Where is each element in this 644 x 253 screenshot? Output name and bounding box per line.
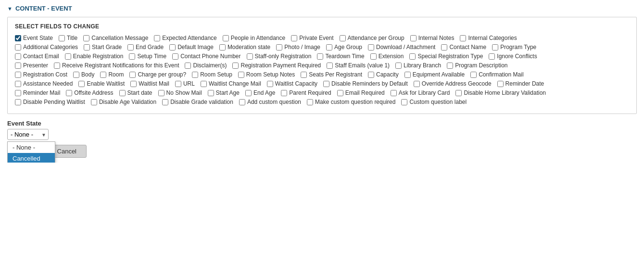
cb_receive_registrant_notifications-label[interactable]: Receive Registrant Notifications for thi… [62,62,179,69]
cb_waitlist_change_mail[interactable] [201,81,207,87]
cb_additional_categories[interactable] [15,44,21,51]
cb_disable_age_validation[interactable] [91,99,97,105]
cb_add_custom_question[interactable] [239,99,245,105]
cb_event_state[interactable] [15,35,21,41]
cb_equipment_available[interactable] [404,72,411,78]
cb_capacity[interactable] [368,72,374,78]
cb_waitlist_mail[interactable] [130,81,137,87]
cb_charge_per_group[interactable] [129,72,136,78]
cb_override_address_geocode[interactable] [414,81,420,87]
cb_internal_categories[interactable] [460,35,466,41]
cb_moderation_state[interactable] [219,44,226,51]
cb_end_grade[interactable] [127,44,134,51]
cb_start_date[interactable] [119,90,126,96]
cb_download_attachment[interactable] [368,44,374,51]
cb_custom_question_label-label[interactable]: Custom question label [409,99,467,105]
cb_registration_payment_required-label[interactable]: Registration Payment Required [240,62,321,69]
cb_equipment_available-label[interactable]: Equipment Available [413,71,465,78]
cb_seats_per_registrant-label[interactable]: Seats Per Registrant [309,71,362,78]
cb_title[interactable] [59,35,65,41]
cb_reminder_mail[interactable] [15,90,21,96]
cb_end_age[interactable] [245,90,252,96]
event-state-dropdown[interactable]: - None - Cancelled [7,129,49,140]
cb_program_type-label[interactable]: Program Type [500,44,536,51]
cb_room_setup_notes[interactable] [238,72,244,78]
cb_confirmation_mail[interactable] [470,72,477,78]
cb_reminder_date-label[interactable]: Reminder Date [505,80,544,87]
cb_make_custom_question_required-label[interactable]: Make custom question required [315,99,395,105]
cb_email_required[interactable] [337,90,343,96]
cb_url-label[interactable]: URL [183,80,195,87]
cb_email_required-label[interactable]: Email Required [345,89,385,96]
cb_room[interactable] [100,72,106,78]
cb_download_attachment-label[interactable]: Download / Attachment [376,44,435,51]
cb_library_branch-label[interactable]: Library Branch [404,62,441,69]
popup-option-cancelled[interactable]: Cancelled [8,153,55,163]
cb_internal_notes[interactable] [410,35,417,41]
cb_url[interactable] [175,81,181,87]
cb_capacity-label[interactable]: Capacity [376,71,399,78]
cb_ignore_conflicts-label[interactable]: Ignore Conflicts [497,53,537,60]
cb_reminder_date[interactable] [497,81,504,87]
cb_disable_pending_waitlist-label[interactable]: Disable Pending Waitlist [23,99,85,105]
cb_enable_waitlist[interactable] [78,81,85,87]
cb_seats_per_registrant[interactable] [301,72,307,78]
cb_add_custom_question-label[interactable]: Add custom question [247,99,301,105]
cb_private_event[interactable] [291,35,297,41]
cb_confirmation_mail-label[interactable]: Confirmation Mail [479,71,523,78]
cb_disable_age_validation-label[interactable]: Disable Age Validation [99,99,156,105]
cb_expected_attendance[interactable] [154,35,160,41]
cb_library_branch[interactable] [395,63,402,69]
cb_body-label[interactable]: Body [81,71,94,78]
cb_presenter-label[interactable]: Presenter [23,62,48,69]
cb_cancellation_message[interactable] [83,35,89,41]
cb_body[interactable] [73,72,79,78]
cb_teardown_time[interactable] [317,53,323,60]
cb_enable_registration-label[interactable]: Enable Registration [73,53,124,60]
cb_extension-label[interactable]: Extension [379,53,404,60]
cb_disable_pending_waitlist[interactable] [15,99,21,105]
cb_assistance_needed-label[interactable]: Assistance Needed [23,80,73,87]
cb_waitlist_change_mail-label[interactable]: Waitlist Change Mail [209,80,261,87]
cb_assistance_needed[interactable] [15,81,21,87]
cb_offsite_address[interactable] [66,90,72,96]
cb_default_image-label[interactable]: Default Image [177,44,214,51]
cb_event_state-label[interactable]: Event State [23,35,53,41]
cb_make_custom_question_required[interactable] [307,99,313,105]
cb_waitlist_mail-label[interactable]: Waitlist Mail [139,80,169,87]
cb_disable_reminders_by_default[interactable] [323,81,329,87]
cb_parent_required-label[interactable]: Parent Required [289,89,331,96]
cb_start_age[interactable] [208,90,214,96]
cb_waitlist_capacity-label[interactable]: Waitlist Capacity [275,80,317,87]
cb_contact_email[interactable] [15,53,21,60]
cb_people_in_attendance[interactable] [223,35,229,41]
cb_ask_for_library_card[interactable] [391,90,397,96]
cb_program_description[interactable] [447,63,453,69]
cb_presenter[interactable] [15,63,21,69]
cb_no_show_mail-label[interactable]: No Show Mail [166,89,202,96]
cb_no_show_mail[interactable] [158,90,164,96]
cb_internal_notes-label[interactable]: Internal Notes [418,35,455,41]
cb_disable_home_library_validation-label[interactable]: Disable Home Library Validation [464,89,546,96]
cb_private_event-label[interactable]: Private Event [299,35,333,41]
cb_receive_registrant_notifications[interactable] [54,63,60,69]
cb_internal_categories-label[interactable]: Internal Categories [468,35,517,41]
cb_staff_emails[interactable] [327,63,333,69]
section-header[interactable]: ▼ CONTENT - EVENT [7,5,637,12]
cb_age_group[interactable] [326,44,332,51]
cb_enable_waitlist-label[interactable]: Enable Waitlist [87,80,125,87]
cb_parent_required[interactable] [281,90,287,96]
cb_override_address_geocode-label[interactable]: Override Address Geocode [422,80,492,87]
cb_program_type[interactable] [492,44,498,51]
cb_contact_name-label[interactable]: Contact Name [449,44,486,51]
cb_start_grade[interactable] [84,44,90,51]
cb_reminder_mail-label[interactable]: Reminder Mail [23,89,60,96]
cb_waitlist_capacity[interactable] [267,81,273,87]
cb_disclaimer-label[interactable]: Disclaimer(s) [193,62,227,69]
popup-option-none[interactable]: - None - [8,142,55,153]
cb_contact_phone_number-label[interactable]: Contact Phone Number [180,53,240,60]
cb_registration_payment_required[interactable] [232,63,239,69]
cb_disable_home_library_validation[interactable] [455,90,462,96]
cb_staff_emails-label[interactable]: Staff Emails (value 1) [335,62,390,69]
cb_room-label[interactable]: Room [108,71,124,78]
